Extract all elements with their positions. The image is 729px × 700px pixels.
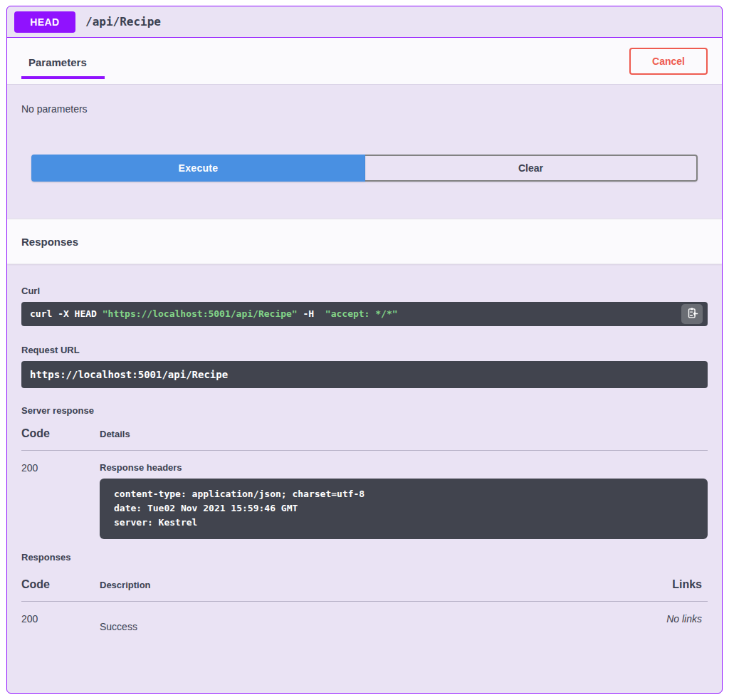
response-headers-box: content-type: application/json; charset=… xyxy=(100,479,708,538)
column-header-links: Links xyxy=(615,578,708,591)
copy-to-clipboard-button[interactable] xyxy=(681,304,703,324)
responses-table-row: 200 Success No links xyxy=(21,602,708,632)
responses-body: Curl curl -X HEAD "https://localhost:500… xyxy=(7,264,722,667)
responses-table: Code Description Links 200 Success No li… xyxy=(21,578,708,632)
request-url-value: https://localhost:5001/api/Recipe xyxy=(21,361,708,388)
tab-parameters[interactable]: Parameters xyxy=(21,53,105,79)
curl-accept-string: "accept: */*" xyxy=(325,308,398,319)
response-headers-label: Response headers xyxy=(100,462,708,473)
column-header-code: Code xyxy=(21,427,100,440)
http-method-badge: HEAD xyxy=(14,11,75,33)
response-code: 200 xyxy=(21,613,100,632)
response-header-line: content-type: application/json; charset=… xyxy=(114,489,364,499)
curl-header-flag: -H xyxy=(298,308,325,319)
parameters-body: No parameters Execute Clear xyxy=(7,85,722,219)
server-response-table: Code Details 200 Response headers conten… xyxy=(21,427,708,538)
column-header-description: Description xyxy=(100,580,615,590)
curl-command[interactable]: curl -X HEAD "https://localhost:5001/api… xyxy=(21,302,708,326)
responses-section-header: Responses xyxy=(7,219,722,264)
clear-button[interactable]: Clear xyxy=(365,155,698,182)
operation-block-head-api-recipe: HEAD /api/Recipe Parameters Cancel No pa… xyxy=(6,6,723,694)
operation-summary[interactable]: HEAD /api/Recipe xyxy=(7,6,722,38)
execute-button-row: Execute Clear xyxy=(31,155,698,182)
server-response-label: Server response xyxy=(21,405,708,416)
response-links: No links xyxy=(615,613,708,632)
operation-path: /api/Recipe xyxy=(85,15,161,28)
responses-table-header: Code Description Links xyxy=(21,578,708,602)
curl-label: Curl xyxy=(21,286,708,296)
responses-section-title: Responses xyxy=(21,236,78,248)
server-response-table-header: Code Details xyxy=(21,427,708,451)
request-url-label: Request URL xyxy=(21,345,708,355)
response-description: Success xyxy=(100,613,615,632)
no-parameters-text: No parameters xyxy=(21,103,708,115)
cancel-button[interactable]: Cancel xyxy=(629,48,708,75)
execute-button[interactable]: Execute xyxy=(31,155,365,182)
curl-url-string: "https://localhost:5001/api/Recipe" xyxy=(103,308,298,319)
response-header-line: date: Tue02 Nov 2021 15:59:46 GMT xyxy=(114,503,298,513)
server-response-row: 200 Response headers content-type: appli… xyxy=(21,451,708,538)
curl-text-plain: curl -X HEAD xyxy=(30,308,103,319)
clipboard-copy-icon xyxy=(686,307,698,321)
column-header-details: Details xyxy=(100,429,708,439)
parameters-header-row: Parameters Cancel xyxy=(7,38,722,85)
curl-command-container: curl -X HEAD "https://localhost:5001/api… xyxy=(21,302,708,326)
response-header-line: server: Kestrel xyxy=(114,517,197,528)
server-response-details: Response headers content-type: applicati… xyxy=(100,462,708,538)
server-response-code: 200 xyxy=(21,462,100,538)
column-header-code: Code xyxy=(21,578,100,591)
responses-table-label: Responses xyxy=(21,552,708,563)
